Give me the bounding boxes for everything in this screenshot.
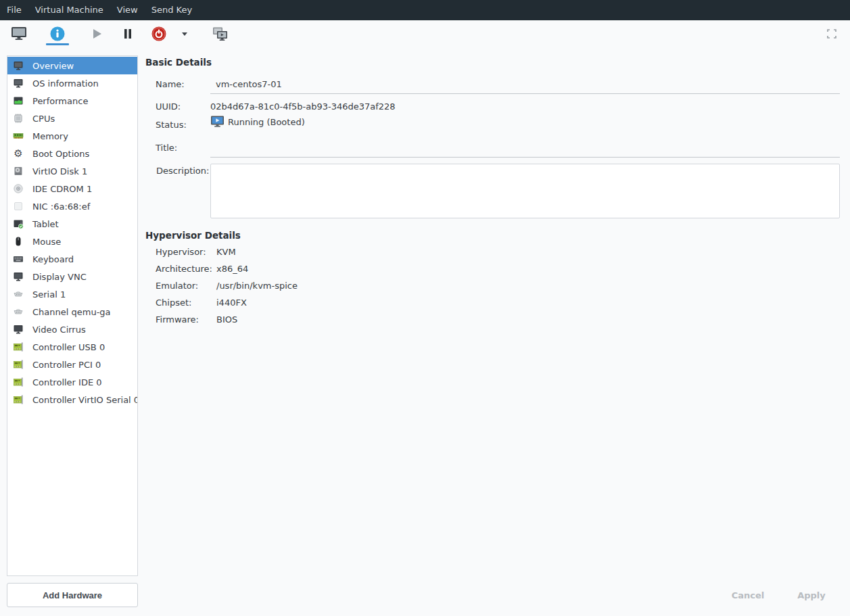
memory-ram-icon (13, 131, 24, 141)
title-label: Title: (156, 143, 177, 153)
keyboard-icon (13, 254, 24, 264)
menu-view[interactable]: View (110, 0, 145, 20)
caret-down-icon (180, 29, 189, 39)
uuid-value: 02b4d67a-81c0-4f5b-ab93-346de37af228 (210, 101, 396, 112)
sidebar-item-tablet[interactable]: Tablet (7, 215, 137, 233)
sidebar-item-label: Performance (32, 96, 88, 106)
tablet-check-icon (13, 218, 24, 229)
emulator-value: /usr/bin/kvm-spice (216, 281, 298, 291)
sidebar-item-controller-virtio-serial-0[interactable]: Controller VirtIO Serial 0 (7, 391, 137, 408)
sidebar-item-overview[interactable]: Overview (7, 57, 137, 74)
sidebar-item-controller-ide-0[interactable]: Controller IDE 0 (7, 373, 137, 391)
monitor-icon (13, 271, 24, 282)
hard-disk-icon (13, 166, 24, 176)
name-input[interactable] (210, 75, 840, 94)
sidebar-item-cpus[interactable]: CPUs (7, 110, 137, 127)
cpu-chip-icon (13, 113, 24, 124)
sidebar-item-label: Serial 1 (32, 289, 66, 300)
uuid-label: UUID: (156, 101, 181, 112)
sidebar-item-label: OS information (32, 78, 99, 89)
name-label: Name: (156, 79, 185, 89)
toolbar (0, 20, 850, 47)
menu-send-key[interactable]: Send Key (145, 0, 199, 20)
details-button[interactable] (45, 22, 70, 46)
menu-virtual-machine[interactable]: Virtual Machine (28, 0, 110, 20)
controller-card-icon (13, 341, 24, 352)
sidebar-item-label: Channel qemu-ga (32, 307, 111, 317)
fullscreen-button[interactable] (822, 24, 842, 43)
sidebar-item-controller-pci-0[interactable]: Controller PCI 0 (7, 356, 137, 373)
sidebar-item-label: Controller IDE 0 (32, 377, 102, 387)
sidebar-item-video-cirrus[interactable]: Video Cirrus (7, 321, 137, 338)
performance-chart-icon (13, 95, 24, 106)
play-icon (89, 26, 105, 42)
menubar: File Virtual Machine View Send Key (0, 0, 850, 20)
emulator-row: Emulator: /usr/bin/kvm-spice (156, 277, 298, 294)
sidebar-item-label: Mouse (32, 237, 61, 247)
dual-monitor-play-icon (212, 26, 229, 41)
status-label: Status: (156, 120, 187, 130)
sidebar-item-keyboard[interactable]: Keyboard (7, 250, 137, 268)
sidebar-item-label: Display VNC (32, 272, 87, 282)
sidebar-item-boot-options[interactable]: ⚙ Boot Options (7, 145, 137, 162)
architecture-label: Architecture: (156, 264, 216, 274)
pause-button[interactable] (116, 22, 140, 46)
status-value: Running (Booted) (228, 117, 305, 127)
sidebar-item-label: IDE CDROM 1 (32, 184, 92, 194)
sidebar-item-label: Controller PCI 0 (32, 360, 101, 370)
sidebar-item-ide-cdrom-1[interactable]: IDE CDROM 1 (7, 180, 137, 197)
gear-icon: ⚙ (14, 148, 22, 159)
sidebar-item-memory[interactable]: Memory (7, 127, 137, 145)
sidebar-item-label: Keyboard (32, 254, 74, 264)
menu-file[interactable]: File (7, 0, 28, 20)
status-badge: Running (Booted) (210, 116, 305, 128)
shutdown-button[interactable] (147, 22, 171, 46)
console-button[interactable] (7, 22, 31, 46)
chipset-row: Chipset: i440FX (156, 294, 298, 311)
architecture-value: x86_64 (216, 264, 248, 274)
network-card-icon (13, 201, 24, 212)
sidebar-item-nic[interactable]: NIC :6a:68:ef (7, 197, 137, 215)
sidebar-item-mouse[interactable]: Mouse (7, 233, 137, 250)
serial-port-icon (13, 306, 24, 317)
sidebar-item-display-vnc[interactable]: Display VNC (7, 268, 137, 285)
pause-icon (120, 26, 136, 42)
chipset-label: Chipset: (156, 298, 216, 308)
controller-card-icon (13, 359, 24, 370)
sidebar-item-performance[interactable]: Performance (7, 92, 137, 110)
snapshots-button[interactable] (208, 22, 233, 46)
description-textarea[interactable] (210, 164, 840, 218)
hypervisor-value: KVM (216, 247, 236, 257)
title-input[interactable] (210, 139, 840, 158)
sidebar-item-label: NIC :6a:68:ef (32, 202, 90, 212)
sidebar-item-controller-usb-0[interactable]: Controller USB 0 (7, 338, 137, 356)
info-icon (49, 26, 66, 42)
sidebar-item-label: Video Cirrus (32, 325, 86, 335)
shutdown-menu-button[interactable] (179, 22, 191, 46)
cdrom-disc-icon (13, 183, 24, 194)
shutdown-icon (151, 26, 167, 42)
run-button[interactable] (85, 22, 109, 46)
sidebar-item-label: VirtIO Disk 1 (32, 166, 87, 176)
sidebar-item-os-information[interactable]: OS information (7, 74, 137, 92)
basic-details-title: Basic Details (145, 57, 212, 68)
sidebar-item-serial-1[interactable]: Serial 1 (7, 285, 137, 303)
fullscreen-icon (826, 28, 837, 39)
firmware-row: Firmware: BIOS (156, 311, 298, 328)
controller-card-icon (13, 394, 24, 405)
sidebar-item-label: Overview (32, 61, 74, 71)
architecture-row: Architecture: x86_64 (156, 260, 298, 277)
console-monitor-icon (11, 26, 27, 41)
sidebar-item-label: Memory (32, 131, 68, 141)
description-label: Description: (156, 166, 209, 176)
firmware-value: BIOS (216, 314, 237, 325)
controller-card-icon (13, 377, 24, 387)
apply-button[interactable]: Apply (783, 583, 840, 607)
hypervisor-details-rows: Hypervisor: KVM Architecture: x86_64 Emu… (156, 243, 298, 328)
cancel-button[interactable]: Cancel (719, 583, 776, 607)
virt-manager-window: File Virtual Machine View Send Key (0, 0, 850, 616)
sidebar-item-channel-qemu-ga[interactable]: Channel qemu-ga (7, 303, 137, 321)
running-monitor-icon (210, 116, 225, 128)
add-hardware-button[interactable]: Add Hardware (7, 583, 138, 607)
sidebar-item-virtio-disk-1[interactable]: VirtIO Disk 1 (7, 162, 137, 180)
